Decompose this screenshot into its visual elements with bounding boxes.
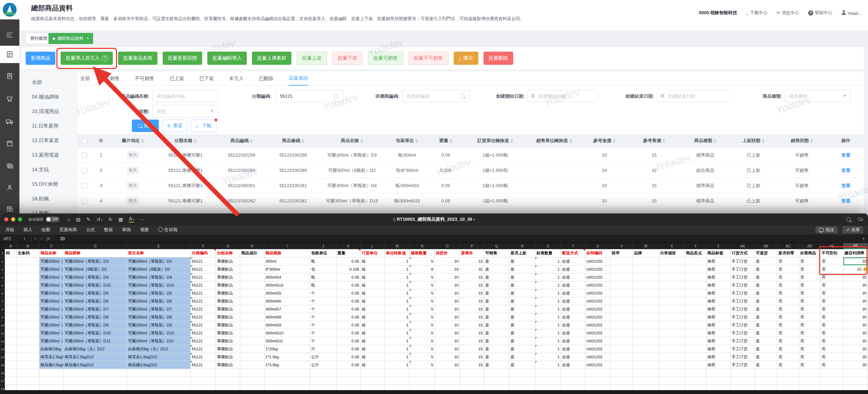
sheet-cell[interactable]: 1	[535, 289, 561, 297]
sheet-cell[interactable]: 自提	[561, 289, 585, 297]
sheet-cell[interactable]	[659, 313, 685, 321]
sheet-cell[interactable]: 否	[799, 313, 821, 321]
sheet-cell[interactable]	[611, 305, 633, 313]
sheet-cell[interactable]: 55121	[191, 273, 216, 281]
sheet-cell[interactable]: 是	[484, 281, 509, 289]
sheet-cell[interactable]	[611, 281, 633, 289]
sheet-cell[interactable]: 專櫃飲品	[216, 281, 240, 289]
sheet-cell[interactable]: 1	[385, 321, 410, 329]
status-select[interactable]	[152, 105, 218, 117]
sheet-cell[interactable]: 手工订货	[731, 305, 755, 313]
sheet-cell[interactable]: 15	[460, 321, 484, 329]
sheet-cell[interactable]	[240, 329, 264, 337]
sheet-cell[interactable]	[611, 369, 633, 377]
sheet-cell[interactable]: U001202	[585, 273, 611, 281]
sheet-cell[interactable]: 否	[777, 353, 799, 361]
sheet-cell[interactable]: 10	[435, 289, 460, 297]
sheet-cell[interactable]: U001202	[585, 361, 611, 369]
sheet-cell[interactable]: U001202	[585, 305, 611, 313]
sheet-cell[interactable]: 5	[410, 321, 435, 329]
sheet-cell[interactable]	[611, 273, 633, 281]
sheet-cell[interactable]: 專櫃飲品	[216, 345, 240, 353]
sheet-cell[interactable]: 是	[484, 361, 509, 369]
sheet-cell[interactable]: 15	[460, 257, 484, 265]
sheet-cell[interactable]: 是	[755, 305, 777, 313]
enter-icon[interactable]: ✓	[40, 236, 44, 241]
sheet-cell[interactable]	[611, 377, 633, 385]
sheet-cell[interactable]	[611, 321, 633, 329]
sheet-cell[interactable]	[633, 297, 659, 305]
sheet-cell[interactable]: 可樂300ml（單瓶裝）D7	[64, 305, 127, 313]
sheet-cell[interactable]: 專櫃飲品	[216, 353, 240, 361]
sheet-cell[interactable]	[685, 321, 706, 329]
sheet-cell[interactable]: 20	[843, 329, 868, 337]
sheet-cell[interactable]: 20	[843, 337, 868, 345]
sheet-cell[interactable]: 个	[310, 289, 336, 297]
sheet-cell[interactable]	[659, 337, 685, 345]
sheet-cell[interactable]	[240, 273, 264, 281]
sheet-cell[interactable]: 8	[410, 265, 435, 273]
column-header-X[interactable]: X	[659, 243, 685, 249]
sheet-cell[interactable]: 推荐	[706, 281, 731, 289]
sheet-cell[interactable]: 推荐	[706, 257, 731, 265]
sheet-cell[interactable]: 自提	[561, 305, 585, 313]
sheet-cell[interactable]: 手工订货	[731, 273, 755, 281]
sheet-cell[interactable]: 否	[799, 329, 821, 337]
sheet-cell[interactable]: U001202	[585, 281, 611, 289]
sort-icon[interactable]	[415, 139, 418, 143]
sheet-cell[interactable]: 1	[385, 345, 410, 353]
batch-off-shelf-button[interactable]: 批量下架	[332, 52, 363, 65]
sheet-cell[interactable]	[264, 377, 310, 385]
sheet-cell[interactable]: 手工订货	[731, 297, 755, 305]
sheet-cell[interactable]: 1	[535, 337, 561, 345]
sheet-cell[interactable]: 專櫃飲品	[216, 329, 240, 337]
sheet-cell[interactable]: 1	[535, 329, 561, 337]
query-button[interactable]: 查詢	[132, 120, 159, 132]
column-header-U[interactable]: U	[585, 243, 611, 249]
sheet-cell[interactable]: 20	[843, 273, 868, 281]
sheet-cell[interactable]: 55121	[191, 313, 216, 321]
sheet-cell[interactable]	[17, 321, 39, 329]
sheet-cell[interactable]: 10	[435, 257, 460, 265]
sheet-cell[interactable]: 55121	[191, 297, 216, 305]
sheet-cell[interactable]: 是	[755, 297, 777, 305]
sort-icon[interactable]	[194, 139, 197, 143]
sheet-cell[interactable]	[264, 369, 310, 377]
sheet-cell[interactable]: 否	[821, 273, 843, 281]
sheet-cell[interactable]	[17, 345, 39, 353]
undo-icon[interactable]: ↺ ▾	[96, 217, 102, 222]
row-header-1[interactable]: 1	[0, 249, 5, 257]
column-header-V[interactable]: V	[611, 243, 633, 249]
batch-one-product-multi-merchant-button[interactable]: 批量壹品多商	[118, 52, 157, 65]
sheet-cell[interactable]: 可樂300ml（單瓶裝）D5	[64, 289, 127, 297]
sheet-cell[interactable]: 5	[410, 305, 435, 313]
sheet-cell[interactable]: 否	[821, 361, 843, 369]
collaborators-icon[interactable]	[857, 217, 863, 221]
sheet-cell[interactable]: 白条猪20kg（头）D12	[39, 345, 64, 353]
sheet-cell[interactable]: 55121	[191, 265, 216, 273]
sheet-cell[interactable]: 0.05	[336, 361, 361, 369]
sheet-cell[interactable]: 15	[460, 361, 484, 369]
sheet-cell[interactable]: 是	[509, 321, 535, 329]
sheet-cell[interactable]	[659, 377, 685, 385]
sheet-cell[interactable]	[685, 257, 706, 265]
sheet-cell[interactable]	[685, 265, 706, 273]
sheet-cell[interactable]: 55121	[191, 289, 216, 297]
column-header-AF[interactable]: AF	[843, 243, 868, 249]
sheet-cell[interactable]: 是	[755, 329, 777, 337]
sort-icon[interactable]	[762, 139, 765, 143]
sheet-cell[interactable]: 1	[535, 313, 561, 321]
sheet-cell[interactable]: 猪后腿3.5kgD12	[39, 361, 64, 369]
sheet-cell[interactable]	[361, 377, 385, 385]
sheet-cell[interactable]	[5, 297, 17, 305]
sheet-cell[interactable]	[659, 345, 685, 353]
sheet-cell[interactable]: 是	[755, 265, 777, 273]
sheet-cell[interactable]	[17, 281, 39, 289]
table-column-header[interactable]: 操作	[828, 134, 864, 148]
sheet-cell[interactable]: 个	[310, 305, 336, 313]
sheet-cell[interactable]: 5	[410, 345, 435, 353]
sheet-cell[interactable]: 20	[843, 297, 868, 305]
sheet-cell[interactable]: 是	[484, 297, 509, 305]
rail-item-inventory[interactable]	[0, 136, 19, 152]
sheet-cell[interactable]	[5, 265, 17, 273]
